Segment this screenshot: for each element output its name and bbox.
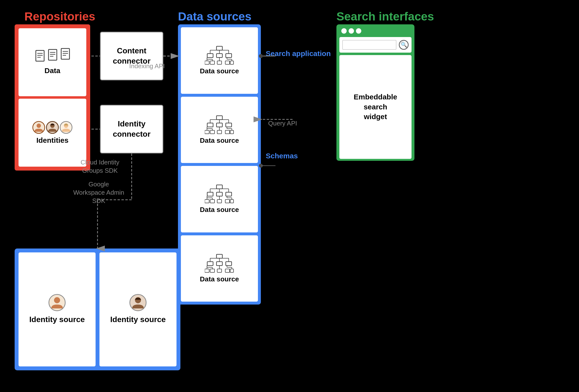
- datasource-box-3-label: Data source: [200, 206, 239, 214]
- svg-rect-40: [210, 130, 215, 134]
- person-icon-1: [32, 121, 45, 134]
- identities-box-label: Identities: [36, 136, 69, 144]
- embeddable-search-widget-box: Embeddablesearchwidget: [339, 55, 412, 159]
- datasource-box-3: Data source: [181, 166, 258, 232]
- svg-rect-77: [217, 262, 222, 265]
- identity-connector-label: Identity connector: [101, 119, 163, 139]
- svg-rect-41: [217, 130, 221, 134]
- identity-icons: [32, 121, 72, 134]
- data-box: Data: [18, 28, 86, 96]
- doc-icon-2: [47, 48, 58, 62]
- svg-rect-55: [217, 185, 222, 189]
- datasource-box-1: Data source: [181, 27, 258, 94]
- google-workspace-label: Google Workspace Admin SDK: [72, 180, 126, 205]
- svg-rect-61: [217, 199, 221, 203]
- section-label-datasources: Data sources: [178, 10, 251, 23]
- datasources-column: Data source: [178, 24, 261, 305]
- svg-rect-58: [226, 192, 232, 196]
- data-box-label: Data: [44, 66, 60, 75]
- data-icons: [35, 50, 70, 64]
- svg-rect-15: [217, 46, 222, 50]
- svg-rect-43: [230, 130, 233, 134]
- traffic-dot-3: [356, 28, 361, 34]
- svg-rect-35: [217, 116, 222, 120]
- identity-source-box-2: Identity source: [99, 252, 176, 366]
- svg-rect-82: [225, 269, 230, 272]
- search-input-field[interactable]: [342, 40, 396, 50]
- svg-rect-42: [225, 130, 230, 134]
- traffic-dot-2: [349, 28, 354, 34]
- section-label-searchinterfaces: Search interfaces: [336, 10, 434, 23]
- svg-rect-81: [217, 269, 221, 272]
- datasource-box-4: Data source: [181, 235, 258, 302]
- svg-rect-76: [207, 262, 213, 265]
- traffic-dot-1: [341, 28, 347, 34]
- svg-rect-60: [210, 199, 215, 203]
- search-interfaces-box: 🔍 Embeddablesearchwidget: [336, 24, 414, 161]
- section-label-repositories: Repositories: [24, 10, 95, 23]
- svg-rect-19: [205, 61, 209, 64]
- svg-rect-23: [230, 61, 233, 64]
- datasource-box-2-label: Data source: [200, 137, 239, 144]
- svg-rect-4: [49, 50, 57, 60]
- person-icon-2: [46, 121, 59, 134]
- svg-rect-20: [210, 61, 215, 64]
- svg-rect-16: [207, 54, 213, 58]
- doc-icon-3: [58, 46, 70, 60]
- identity-sources-box: Identity source Identity source: [15, 249, 180, 370]
- search-bar-box: 🔍: [339, 37, 412, 53]
- embeddable-label: Embeddablesearchwidget: [354, 92, 397, 122]
- svg-rect-22: [225, 61, 230, 64]
- svg-rect-18: [226, 54, 232, 58]
- svg-point-95: [54, 297, 60, 303]
- diagram-container: Repositories Data sources Search interfa…: [0, 0, 579, 392]
- svg-rect-75: [217, 254, 222, 258]
- svg-rect-39: [205, 130, 209, 134]
- org-chart-icon-4: [205, 254, 234, 273]
- svg-rect-63: [230, 199, 233, 203]
- svg-rect-78: [226, 262, 232, 265]
- identities-box: Identities: [18, 99, 86, 167]
- svg-rect-80: [210, 269, 215, 272]
- org-chart-icon-1: [205, 46, 234, 65]
- search-top-bar: [339, 27, 412, 35]
- doc-icon-1: [35, 50, 47, 64]
- datasource-box-1-label: Data source: [200, 67, 239, 75]
- schemas-label: Schemas: [266, 151, 298, 161]
- identity-source-1-label: Identity source: [29, 315, 85, 325]
- indexing-api-label: Indexing API: [129, 62, 165, 70]
- svg-rect-57: [217, 192, 222, 196]
- svg-point-12: [37, 124, 41, 128]
- identity-source-person-2: [130, 294, 146, 311]
- svg-rect-59: [205, 199, 209, 203]
- svg-rect-8: [61, 49, 70, 59]
- person-icon-3: [60, 121, 72, 134]
- query-api-label: Query API: [268, 119, 297, 128]
- org-chart-icon-2: [205, 115, 234, 135]
- datasource-box-4-label: Data source: [200, 275, 239, 283]
- repositories-box: Data: [15, 24, 90, 171]
- svg-rect-21: [217, 61, 221, 64]
- identity-source-box-1: Identity source: [18, 252, 96, 366]
- svg-rect-0: [36, 50, 44, 61]
- identity-source-2-label: Identity source: [110, 315, 166, 325]
- datasource-box-2: Data source: [181, 97, 258, 163]
- svg-rect-62: [225, 199, 230, 203]
- content-connector-box: Content connector: [100, 32, 163, 80]
- svg-rect-83: [230, 269, 233, 272]
- org-chart-icon-3: [205, 185, 234, 204]
- search-icon: 🔍: [399, 40, 409, 50]
- svg-rect-37: [217, 123, 222, 127]
- identity-source-person-1: [49, 294, 66, 311]
- svg-rect-36: [207, 123, 213, 127]
- svg-rect-17: [217, 54, 222, 58]
- cloud-identity-label: Cloud Identity Groups SDK: [75, 158, 124, 175]
- svg-rect-79: [205, 269, 209, 272]
- search-application-label: Search application: [266, 49, 331, 58]
- identity-connector-box: Identity connector: [100, 105, 163, 153]
- svg-rect-38: [226, 123, 232, 127]
- svg-rect-56: [207, 192, 213, 196]
